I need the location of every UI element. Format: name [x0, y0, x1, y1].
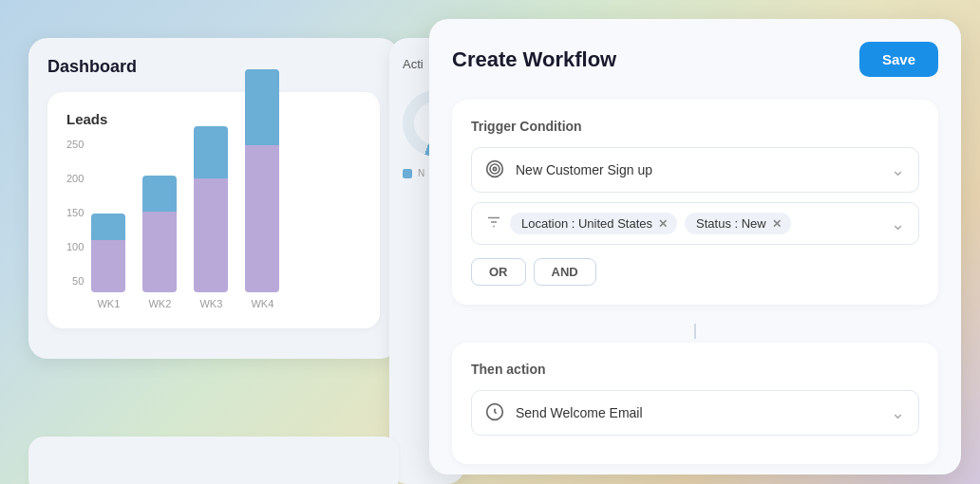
bar-bottom-wk1: [91, 240, 125, 292]
and-button[interactable]: AND: [534, 258, 596, 286]
dashboard-title: Dashboard: [47, 57, 380, 77]
trigger-dropdown-text: New Customer Sign up: [516, 162, 891, 177]
location-tag-text: Location : United States: [521, 216, 652, 231]
y-label-100: 100: [66, 241, 84, 252]
save-button[interactable]: Save: [859, 42, 938, 77]
bar-group-wk3: WK3: [194, 126, 228, 309]
bar-top-wk2: [142, 176, 177, 212]
y-label-50: 50: [66, 275, 84, 287]
logic-row: OR AND: [471, 258, 919, 286]
filter-row[interactable]: Location : United States ✕ Status : New …: [471, 202, 919, 245]
svg-point-1: [490, 164, 499, 174]
status-tag-close[interactable]: ✕: [772, 217, 782, 231]
bar-top-wk1: [91, 214, 125, 240]
bar-bottom-wk3: [194, 178, 228, 292]
svg-point-2: [493, 167, 496, 170]
bar-stack-wk2: [142, 176, 177, 292]
connector-line: [694, 324, 696, 339]
chart-area: 250 200 150 100 50 WK1: [66, 139, 361, 309]
leads-title: Leads: [66, 111, 361, 127]
dashboard-panel: Dashboard Leads 250 200 150 100 50 WK1: [28, 38, 399, 359]
bar-bottom-wk4: [245, 145, 279, 292]
trigger-section: Trigger Condition New Customer Sign up ⌄: [452, 100, 938, 305]
trigger-section-label: Trigger Condition: [471, 119, 919, 134]
workflow-title: Create Workflow: [452, 47, 616, 72]
leads-card: Leads 250 200 150 100 50 WK1: [47, 92, 380, 328]
filter-chevron-icon: ⌄: [891, 214, 905, 234]
trigger-chevron-icon: ⌄: [891, 159, 905, 180]
workflow-panel: Create Workflow Save Trigger Condition N…: [429, 19, 961, 475]
chart-bars: WK1 WK2 WK3: [91, 139, 361, 309]
bar-top-wk4: [245, 69, 279, 145]
bar-top-wk3: [194, 126, 228, 178]
action-section: Then action Send Welcome Email ⌄: [452, 343, 938, 464]
bar-stack-wk1: [91, 214, 125, 292]
y-label-150: 150: [66, 207, 84, 218]
bar-label-wk2: WK2: [148, 298, 171, 309]
bar-stack-wk4: [245, 69, 279, 292]
filter-icon: [485, 214, 502, 234]
status-tag: Status : New ✕: [685, 213, 791, 234]
bar-group-wk4: WK4: [245, 69, 279, 309]
action-dropdown-text: Send Welcome Email: [516, 405, 891, 420]
target-icon: [485, 159, 506, 180]
action-chevron-icon: ⌄: [891, 402, 905, 423]
bar-label-wk1: WK1: [97, 298, 120, 309]
bar-label-wk4: WK4: [251, 298, 273, 309]
connector: [452, 320, 938, 343]
bar-group-wk1: WK1: [91, 214, 125, 309]
bottom-card: [28, 437, 399, 484]
bar-stack-wk3: [194, 126, 228, 292]
bar-label-wk3: WK3: [199, 298, 222, 309]
bar-bottom-wk2: [142, 212, 177, 292]
y-label-250: 250: [66, 139, 84, 150]
trigger-dropdown[interactable]: New Customer Sign up ⌄: [471, 147, 919, 193]
y-label-200: 200: [66, 173, 84, 184]
location-tag-close[interactable]: ✕: [658, 217, 668, 231]
workflow-header: Create Workflow Save: [452, 42, 938, 77]
or-button[interactable]: OR: [471, 258, 526, 286]
status-tag-text: Status : New: [696, 216, 766, 231]
action-dropdown[interactable]: Send Welcome Email ⌄: [471, 390, 919, 436]
location-tag: Location : United States ✕: [510, 213, 677, 234]
chart-y-axis: 250 200 150 100 50: [66, 139, 84, 309]
mail-icon: [485, 402, 506, 423]
action-section-label: Then action: [471, 362, 919, 377]
bar-group-wk2: WK2: [142, 176, 177, 309]
